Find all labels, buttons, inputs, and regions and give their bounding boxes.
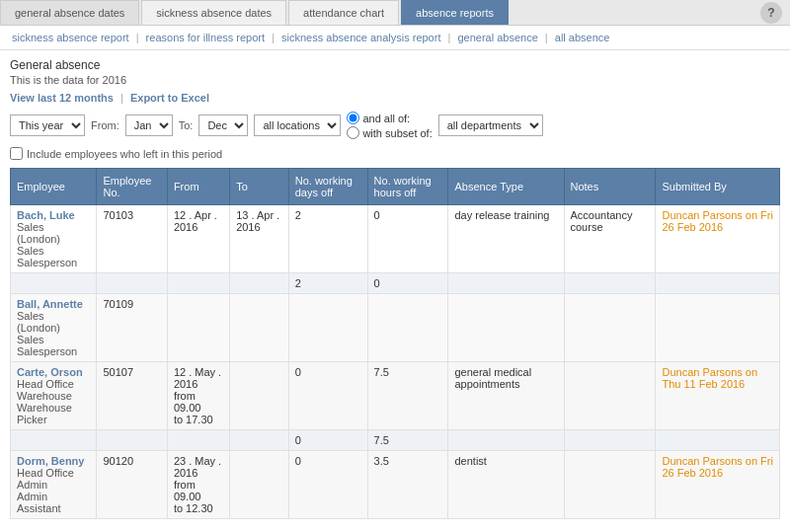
col-emp-no: Employee No. — [97, 169, 167, 205]
employee-detail: Salesperson — [17, 257, 90, 268]
subtotal-days-off: 2 — [288, 273, 367, 294]
cell-days-off: 2 — [288, 205, 367, 273]
cell-absence-type: day release training — [448, 205, 564, 273]
cell-submitted-by: Duncan Parsons on Thu 11 Feb 2016 — [656, 362, 780, 430]
view-last-12-link[interactable]: View last 12 months — [10, 92, 114, 104]
sep3: | — [448, 32, 451, 43]
cell-employee: Carte, Orson Head OfficeWarehouseWarehou… — [11, 362, 97, 430]
col-to: To — [230, 169, 289, 205]
col-absence-type: Absence Type — [448, 169, 564, 205]
action-links: View last 12 months | Export to Excel — [10, 92, 780, 104]
subtotal-hours-off: 7.5 — [367, 430, 448, 451]
cell-from: 12 . Apr . 2016 — [167, 205, 229, 273]
period-select[interactable]: This year — [10, 114, 85, 136]
data-year-label: This is the data for 2016 — [10, 74, 780, 86]
cell-to — [230, 294, 289, 362]
col-employee: Employee — [11, 169, 97, 205]
employee-name[interactable]: Bach, Luke — [17, 209, 90, 221]
action-sep: | — [120, 92, 123, 104]
cell-absence-type — [448, 294, 564, 362]
subnav-general-absence[interactable]: general absence — [457, 32, 537, 43]
table-row: Bach, Luke Sales (London)SalesSalesperso… — [11, 205, 780, 273]
and-all-of-radio[interactable] — [347, 112, 359, 124]
subtotal-days-off: 0 — [288, 430, 367, 451]
checkbox-row: Include employees who left in this perio… — [10, 147, 780, 160]
employee-detail: Sales (London) — [17, 310, 90, 334]
table-row: Ball, Annette Sales (London)SalesSalespe… — [11, 294, 780, 362]
cell-hours-off — [367, 294, 448, 362]
employee-detail: Head Office — [17, 467, 90, 479]
table-row: Carte, Orson Head OfficeWarehouseWarehou… — [11, 362, 780, 430]
subtotal-empty-from — [167, 273, 229, 294]
department-select[interactable]: all departments — [438, 114, 543, 136]
and-all-of-radio-label[interactable]: and all of: — [347, 112, 432, 124]
cell-notes — [564, 294, 656, 362]
cell-to — [230, 451, 289, 519]
table-subtotal-row: 2 0 — [11, 273, 780, 294]
cell-employee: Bach, Luke Sales (London)SalesSalesperso… — [11, 205, 97, 273]
employee-detail: Head Office — [17, 378, 90, 390]
col-working-days-off: No. working days off — [288, 169, 367, 205]
cell-employee: Dorm, Benny Head OfficeAdminAdmin Assist… — [11, 451, 97, 519]
radio-group: and all of: with subset of: — [347, 112, 432, 139]
employee-detail: Admin Assistant — [17, 491, 90, 514]
cell-days-off — [288, 294, 367, 362]
col-working-hours-off: No. working hours off — [367, 169, 448, 205]
employee-detail: Warehouse — [17, 390, 90, 402]
cell-days-off: 0 — [288, 451, 367, 519]
to-label: To: — [179, 119, 194, 131]
cell-notes — [564, 362, 656, 430]
with-subset-of-radio[interactable] — [347, 126, 359, 139]
subnav-sickness-analysis[interactable]: sickness absence analysis report — [281, 32, 440, 43]
subnav-all-absence[interactable]: all absence — [555, 32, 610, 43]
cell-emp-no: 90120 — [97, 451, 167, 519]
subtotal-empty-empno — [97, 273, 167, 294]
sep2: | — [272, 32, 275, 43]
section-title: General absence — [10, 58, 780, 72]
cell-employee: Ball, Annette Sales (London)SalesSalespe… — [11, 294, 97, 362]
subtotal-empty-type — [448, 430, 564, 451]
tab-absence-reports[interactable]: absence reports — [401, 0, 509, 25]
subnav-reasons-for-illness[interactable]: reasons for illness report — [146, 32, 265, 43]
help-button[interactable]: ? — [760, 2, 782, 24]
from-label: From: — [91, 119, 119, 131]
cell-emp-no: 70109 — [97, 294, 167, 362]
cell-hours-off: 3.5 — [367, 451, 448, 519]
employee-name[interactable]: Ball, Annette — [17, 298, 90, 310]
employee-name[interactable]: Carte, Orson — [17, 366, 90, 378]
cell-notes — [564, 451, 656, 519]
col-notes: Notes — [564, 169, 656, 205]
tab-sickness-absence-dates[interactable]: sickness absence dates — [141, 0, 286, 25]
tab-general-absence-dates[interactable]: general absence dates — [0, 0, 139, 25]
subtotal-empty-submitted — [656, 273, 780, 294]
subtotal-empty-notes — [564, 430, 656, 451]
export-excel-link[interactable]: Export to Excel — [130, 92, 209, 104]
subtotal-empty-from — [167, 430, 229, 451]
subtotal-empty-notes — [564, 273, 656, 294]
with-subset-of-radio-label[interactable]: with subset of: — [347, 126, 432, 139]
subtotal-empty-employee — [11, 430, 97, 451]
include-left-employees-checkbox[interactable] — [10, 147, 23, 160]
subtotal-empty-employee — [11, 273, 97, 294]
cell-notes: Accountancy course — [564, 205, 656, 273]
employee-detail: Salesperson — [17, 345, 90, 357]
subtotal-empty-to — [230, 273, 289, 294]
tab-attendance-chart[interactable]: attendance chart — [288, 0, 399, 25]
employee-name[interactable]: Dorm, Benny — [17, 455, 90, 467]
employee-detail: Warehouse Picker — [17, 402, 90, 425]
employee-detail: Sales (London) — [17, 221, 90, 245]
to-month-select[interactable]: Dec — [198, 114, 248, 136]
include-left-employees-label[interactable]: Include employees who left in this perio… — [10, 147, 780, 160]
employee-detail: Sales — [17, 334, 90, 345]
cell-emp-no: 50107 — [97, 362, 167, 430]
cell-emp-no: 70103 — [97, 205, 167, 273]
location-select[interactable]: all locations — [254, 114, 341, 136]
subnav-sickness-absence-report[interactable]: sickness absence report — [12, 32, 129, 43]
employee-detail: Admin — [17, 479, 90, 491]
table-subtotal-row: 0 7.5 — [11, 430, 780, 451]
subtotal-hours-off: 0 — [367, 273, 448, 294]
col-submitted-by: Submitted By — [656, 169, 780, 205]
subtotal-empty-submitted — [656, 430, 780, 451]
from-month-select[interactable]: Jan — [125, 114, 173, 136]
cell-hours-off: 0 — [367, 205, 448, 273]
